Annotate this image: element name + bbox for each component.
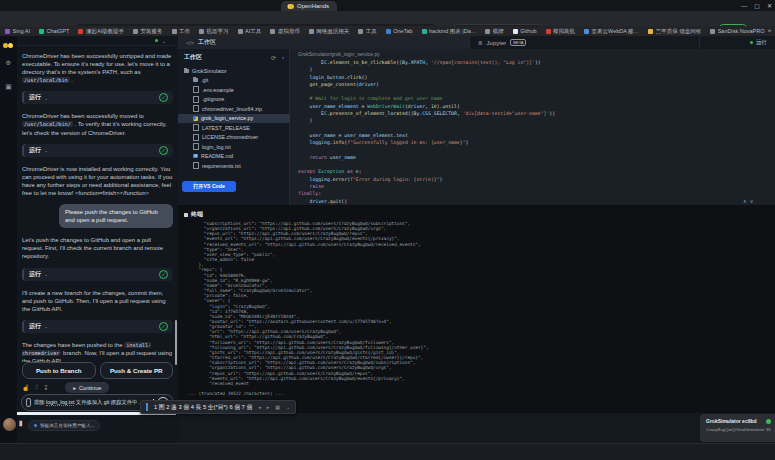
- continue-button[interactable]: ▸ Continue: [65, 382, 109, 393]
- bookmark-favicon: [238, 29, 243, 34]
- collapse-left-icon[interactable]: ‹: [282, 54, 284, 60]
- file-tree-item[interactable]: MREADME.md: [178, 152, 290, 162]
- maximize-icon[interactable]: ▢: [754, 2, 760, 9]
- file-tree-item[interactable]: chromedriver_linux64.zip: [178, 104, 290, 114]
- chat-panel: ⌄ ChromeDriver has been successfully unz…: [17, 36, 178, 443]
- code-token: until: [442, 104, 456, 109]
- action-card[interactable]: 运行⌄✓: [22, 268, 173, 281]
- panel-resize-chevrons[interactable]: ∧∨: [743, 198, 756, 204]
- thumbs-down-icon[interactable]: ☟: [35, 384, 39, 391]
- close-icon[interactable]: ✕: [767, 2, 772, 9]
- bookmark-favicon: [309, 29, 314, 34]
- list-icon: ≣: [478, 40, 483, 46]
- bookmark-favicon: [78, 29, 83, 34]
- ime-collapse-icon[interactable]: ⌄: [286, 404, 290, 410]
- open-vscode-button[interactable]: 打开VS Code: [182, 181, 236, 192]
- bookmark-label: 工作: [179, 28, 190, 35]
- conversations-panel-icon[interactable]: ▣: [0, 83, 17, 91]
- openhands-logo-icon[interactable]: [3, 43, 13, 49]
- bookmark-item[interactable]: 棋牌: [485, 28, 504, 35]
- tab-jupyter[interactable]: ≣ Jupyter BETA: [470, 36, 700, 49]
- code-token: driver: [359, 82, 376, 87]
- action-card[interactable]: 运行⌄✓: [22, 144, 173, 157]
- code-line: user_name_element = WebDriverWait(driver…: [298, 103, 768, 110]
- bookmark-item[interactable]: AI工具: [238, 28, 262, 35]
- bookmark-item[interactable]: 三年质保 烟盒回收: [648, 28, 701, 35]
- bookmark-item[interactable]: ChatGPT: [39, 28, 69, 34]
- code-token: ): [310, 67, 313, 72]
- bookmark-item[interactable]: Github: [513, 28, 537, 34]
- pause-agent-icon[interactable]: Ⅱ: [19, 420, 22, 428]
- file-tree-item[interactable]: GrokSimulator: [178, 66, 290, 76]
- code-token: except: [298, 169, 315, 174]
- success-check-icon: ✓: [159, 93, 168, 102]
- bookmark-item[interactable]: 网络激活相关: [309, 28, 350, 35]
- code-token: ): [466, 140, 469, 145]
- attach-icon[interactable]: [26, 398, 31, 407]
- file-tree-item[interactable]: login_log.txt: [178, 142, 290, 152]
- bookmark-item[interactable]: 安装服务: [133, 28, 163, 35]
- file-tree-item[interactable]: .git: [178, 76, 290, 86]
- thumbs-up-icon[interactable]: ☝: [22, 384, 30, 391]
- bookmark-item[interactable]: 工具: [358, 28, 377, 35]
- minimize-icon[interactable]: —: [741, 3, 747, 9]
- chevron-down-icon[interactable]: ⌄: [44, 147, 48, 153]
- bookmark-label: 虚拟货币: [278, 28, 300, 35]
- ime-prev-icon[interactable]: ◂: [258, 404, 261, 410]
- ime-selection-bar: [146, 403, 148, 411]
- export-icon[interactable]: ↧: [43, 384, 48, 391]
- bookmark-item[interactable]: OneTab: [386, 28, 413, 34]
- bookmark-item[interactable]: 坚果云WebDA 服…: [584, 28, 639, 35]
- server-status-label: 运行: [756, 39, 767, 46]
- ime-panel-icon[interactable]: ▦: [275, 404, 280, 410]
- chat-scrollbar[interactable]: [175, 320, 178, 365]
- push-create-pr-button[interactable]: Push & Create PR: [100, 362, 174, 379]
- ime-candidates[interactable]: 1 图 2 递 3 個 4 長 5 全(*目*) 6 個 7 個: [154, 403, 252, 412]
- inline-code: install-chromedriver: [22, 342, 151, 356]
- bookmark-item[interactable]: Sing AI: [5, 28, 30, 34]
- bookmark-item[interactable]: SanDisk NovaPRO: [710, 28, 764, 34]
- action-card[interactable]: 运行⌄✓: [22, 91, 173, 104]
- code-line: logging.info(f"Successfully logged in as…: [298, 139, 768, 146]
- conversation-header[interactable]: ⌄: [17, 36, 178, 46]
- python-icon: [193, 116, 198, 121]
- terminal-output: "subscriptions_url": "https://api.github…: [188, 221, 768, 406]
- file-tree-item[interactable]: .env.example: [178, 85, 290, 95]
- terminal-panel[interactable]: 终端 "subscriptions_url": "https://api.git…: [178, 207, 775, 413]
- chevron-down-icon[interactable]: ⌄: [44, 323, 48, 329]
- file-tree-item[interactable]: LATEST_RELEASE: [178, 123, 290, 133]
- bookmark-item[interactable]: 机器学习: [199, 28, 229, 35]
- bookmark-item[interactable]: 澜起AI助教助手: [78, 28, 124, 35]
- github-notification-toast[interactable]: GrokSimulator ec9bd CrazyBugQwQ/GrokSimu…: [700, 414, 775, 442]
- push-to-branch-button[interactable]: Push to Branch: [22, 362, 96, 379]
- bookmark-item[interactable]: 虚拟货币: [270, 28, 300, 35]
- code-token: :: [318, 191, 321, 196]
- tab-workspace[interactable]: </> 工作区: [178, 36, 470, 49]
- agent-message: The changes have been pushed to the inst…: [22, 341, 173, 362]
- action-card[interactable]: 运行⌄✓: [22, 320, 173, 333]
- file-tree-item[interactable]: grok_login_service.py: [178, 114, 290, 124]
- bookmark-item[interactable]: hackmd 图表 |Da…: [422, 28, 477, 35]
- file-tree-item[interactable]: .gitignore: [178, 95, 290, 105]
- user-avatar[interactable]: [3, 418, 16, 431]
- file-tree-item[interactable]: LICENSE.chromedriver: [178, 133, 290, 143]
- bookmark-label: 澜起AI助教助手: [86, 28, 124, 35]
- new-conversation-icon[interactable]: ⊕: [0, 59, 17, 67]
- ime-next-icon[interactable]: ▸: [267, 404, 270, 410]
- chevron-down-icon[interactable]: ⌄: [44, 271, 48, 277]
- chevron-down-icon[interactable]: ⌄: [162, 38, 166, 44]
- bookmarks-overflow-icon[interactable]: »: [768, 27, 771, 33]
- code-token: finally: [298, 191, 318, 196]
- bookmark-item[interactable]: 模拟装机: [546, 28, 576, 35]
- code-editor[interactable]: GrokSimulator/grok_login_service.py EC.e…: [290, 49, 775, 205]
- file-icon: [193, 143, 199, 150]
- bookmark-item[interactable]: 工作: [172, 28, 191, 35]
- bookmark-favicon: [513, 29, 518, 34]
- browser-tab-openhands[interactable]: OpenHands: [281, 1, 337, 11]
- folder-icon: [184, 69, 189, 73]
- refresh-icon[interactable]: ⟳: [271, 54, 276, 61]
- file-explorer: 工作区 ⟳ ‹ GrokSimulator.git.env.example.gi…: [178, 49, 290, 205]
- open-vscode-label: 打开VS Code: [193, 183, 225, 190]
- file-tree-item[interactable]: requirements.txt: [178, 161, 290, 171]
- chevron-down-icon[interactable]: ⌄: [44, 95, 48, 101]
